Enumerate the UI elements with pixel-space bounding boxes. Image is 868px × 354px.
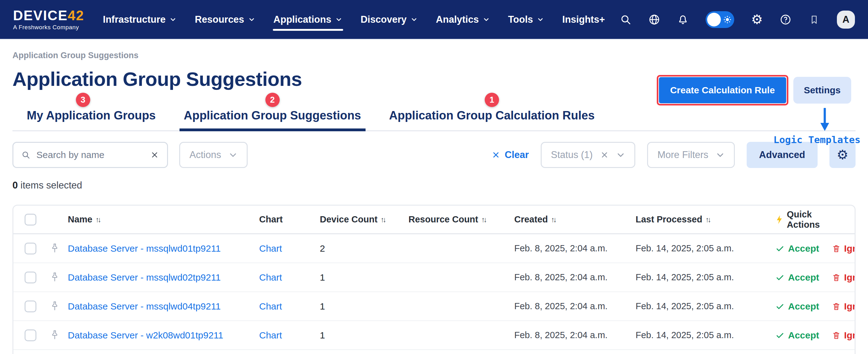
- help-icon[interactable]: [780, 14, 792, 26]
- gear-icon[interactable]: ⚙: [751, 14, 763, 26]
- accept-button[interactable]: Accept: [776, 243, 819, 254]
- column-header-name[interactable]: Name↑↓: [68, 214, 259, 225]
- ignore-button[interactable]: Ignore: [832, 301, 856, 312]
- chart-link[interactable]: Chart: [259, 272, 320, 283]
- advanced-button[interactable]: Advanced: [747, 142, 817, 168]
- column-header-device-count[interactable]: Device Count↑↓: [320, 214, 408, 225]
- check-icon: [776, 244, 784, 253]
- trash-icon: [832, 273, 840, 282]
- breadcrumb: Application Group Suggestions: [12, 51, 856, 60]
- actions-dropdown[interactable]: Actions: [179, 142, 248, 168]
- chevron-down-icon: [410, 16, 418, 23]
- accept-button[interactable]: Accept: [776, 330, 819, 341]
- chart-link[interactable]: Chart: [259, 301, 320, 312]
- table-row: Database Server - mssqlwd02tp9211 Chart …: [13, 263, 855, 292]
- filter-right-group: Clear Status (1) More Filters Advanced ⚙: [492, 142, 856, 168]
- device42-logo[interactable]: DEVICE42 A Freshworks Company: [13, 9, 84, 30]
- accept-button[interactable]: Accept: [776, 272, 819, 283]
- sort-icon[interactable]: ↑↓: [95, 215, 100, 224]
- notifications-bell-icon[interactable]: [677, 14, 689, 26]
- create-calculation-rule-button[interactable]: Create Calculation Rule: [659, 77, 786, 103]
- chevron-down-icon: [483, 16, 490, 23]
- table-header-row: Name↑↓ Chart Device Count↑↓ Resource Cou…: [13, 205, 855, 234]
- accept-button[interactable]: Accept: [776, 301, 819, 312]
- trash-icon: [832, 302, 840, 311]
- tab-application-group-suggestions[interactable]: 2 Application Group Suggestions: [180, 109, 366, 130]
- close-icon[interactable]: [600, 151, 609, 159]
- menu-resources[interactable]: Resources: [194, 6, 256, 33]
- annotation-badge-3: 3: [76, 93, 90, 107]
- pin-icon[interactable]: [41, 301, 68, 312]
- clear-filters-button[interactable]: Clear: [492, 149, 529, 161]
- sun-icon: [723, 15, 732, 24]
- search-box[interactable]: [12, 142, 168, 168]
- row-checkbox[interactable]: [25, 300, 36, 312]
- ignore-button[interactable]: Ignore: [832, 272, 856, 283]
- logic-templates-link[interactable]: Logic Templates: [773, 134, 861, 145]
- menu-analytics[interactable]: Analytics: [435, 6, 491, 33]
- group-name-link[interactable]: Database Server - mssqlwd02tp9211: [68, 272, 259, 283]
- group-name-link[interactable]: Database Server - mssqlwd01tp9211: [68, 243, 259, 254]
- sort-icon[interactable]: ↑↓: [380, 215, 385, 224]
- sort-icon[interactable]: ↑↓: [705, 215, 710, 224]
- column-header-chart: Chart: [259, 214, 320, 225]
- theme-toggle[interactable]: [706, 11, 734, 28]
- tab-application-group-calculation-rules[interactable]: 1 Application Group Calculation Rules: [385, 109, 599, 130]
- table-settings-gear-icon[interactable]: ⚙: [830, 142, 856, 168]
- more-filters-dropdown[interactable]: More Filters: [647, 142, 735, 168]
- last-processed-date: Feb. 14, 2025, 2:05 a.m.: [636, 330, 776, 340]
- globe-icon[interactable]: [648, 14, 660, 26]
- navbar-icon-group: ⚙ A: [620, 10, 855, 29]
- menu-tools[interactable]: Tools: [507, 6, 545, 33]
- ignore-button[interactable]: Ignore: [832, 330, 856, 341]
- search-input[interactable]: [36, 150, 144, 160]
- chevron-down-icon: [537, 16, 544, 23]
- row-checkbox[interactable]: [25, 271, 36, 283]
- device-count: 1: [320, 330, 408, 341]
- bookmark-icon[interactable]: [808, 14, 820, 26]
- pin-icon[interactable]: [41, 330, 68, 341]
- chevron-down-icon: [169, 16, 177, 23]
- filter-toolbar: Actions Clear Status (1) More Filters Ad…: [12, 142, 856, 168]
- pin-icon[interactable]: [41, 243, 68, 254]
- ignore-button[interactable]: Ignore: [832, 243, 856, 254]
- sort-icon[interactable]: ↑↓: [481, 215, 486, 224]
- last-processed-date: Feb. 14, 2025, 2:05 a.m.: [636, 301, 776, 311]
- logo-tagline: A Freshworks Company: [13, 24, 84, 30]
- settings-button[interactable]: Settings: [793, 77, 851, 104]
- created-date: Feb. 8, 2025, 2:04 a.m.: [514, 301, 636, 311]
- menu-applications[interactable]: Applications: [273, 6, 343, 33]
- annotation-badge-1: 1: [485, 93, 499, 107]
- selected-count: 0: [12, 180, 18, 191]
- sort-icon[interactable]: ↑↓: [551, 215, 555, 224]
- chevron-down-icon: [616, 151, 625, 159]
- table-row: Database Server - w2k08wd01tp9211 Chart …: [13, 321, 855, 350]
- search-icon[interactable]: [620, 14, 631, 26]
- top-navbar: DEVICE42 A Freshworks Company Infrastruc…: [0, 0, 868, 39]
- menu-discovery[interactable]: Discovery: [360, 6, 418, 33]
- menu-infrastructure[interactable]: Infrastructure: [102, 6, 178, 33]
- group-name-link[interactable]: Database Server - mssqlwd04tp9211: [68, 301, 259, 312]
- column-header-created[interactable]: Created↑↓: [514, 214, 636, 225]
- chart-link[interactable]: Chart: [259, 243, 320, 254]
- status-filter-dropdown[interactable]: Status (1): [541, 142, 635, 168]
- table-row: Database Server - mssqlwd04tp9211 Chart …: [13, 292, 855, 321]
- chart-link[interactable]: Chart: [259, 330, 320, 341]
- tab-my-application-groups[interactable]: 3 My Application Groups: [22, 109, 160, 130]
- group-name-link[interactable]: Database Server - w2k08wd01tp9211: [68, 330, 259, 341]
- column-header-quick-actions: Quick Actions: [776, 210, 855, 230]
- suggestions-table: Name↑↓ Chart Device Count↑↓ Resource Cou…: [12, 205, 856, 354]
- tab-bar: 3 My Application Groups 2 Application Gr…: [12, 109, 856, 131]
- header-action-buttons: Create Calculation Rule Settings: [657, 75, 851, 105]
- avatar[interactable]: A: [837, 10, 855, 29]
- clear-search-icon[interactable]: [150, 151, 159, 159]
- column-header-last-processed[interactable]: Last Processed↑↓: [636, 214, 776, 225]
- select-all-checkbox[interactable]: [25, 214, 36, 226]
- pin-icon[interactable]: [41, 272, 68, 283]
- menu-insights[interactable]: Insights+: [562, 6, 606, 33]
- row-checkbox[interactable]: [25, 243, 36, 254]
- row-checkbox[interactable]: [25, 329, 36, 341]
- column-header-resource-count[interactable]: Resource Count↑↓: [408, 214, 514, 225]
- lightning-icon: [776, 215, 783, 225]
- page-content: Application Group Suggestions Applicatio…: [0, 51, 868, 354]
